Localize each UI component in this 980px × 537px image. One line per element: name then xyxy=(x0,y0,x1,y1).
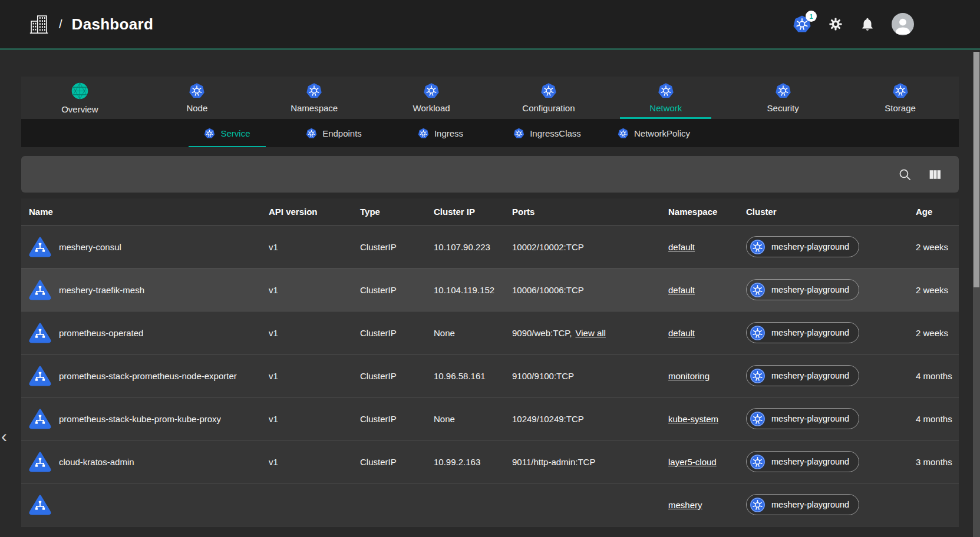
notifications-button[interactable] xyxy=(860,16,875,32)
service-icon xyxy=(29,493,51,516)
view-all-ports-link[interactable]: View all xyxy=(575,328,605,338)
api-version-cell: v1 xyxy=(269,414,360,424)
namespace-cell: default xyxy=(668,285,746,295)
ports-value: 10249/10249:TCP xyxy=(512,414,584,424)
kubernetes-icon xyxy=(750,325,765,341)
sub-tab-endpoints[interactable]: Endpoints xyxy=(281,119,387,147)
tab-label: Node xyxy=(186,103,207,113)
scrollbar-thumb[interactable] xyxy=(974,52,979,287)
header-actions: 1 xyxy=(793,13,914,35)
kubernetes-icon xyxy=(618,128,629,139)
namespace-link[interactable]: default xyxy=(668,242,695,252)
cluster-cell: meshery-playground xyxy=(746,279,887,300)
namespace-link[interactable]: default xyxy=(668,328,695,338)
main-tab-namespace[interactable]: Namespace xyxy=(256,77,373,119)
sub-tab-label: NetworkPolicy xyxy=(634,128,690,138)
service-name: prometheus-stack-prometheus-node-exporte… xyxy=(59,371,237,381)
service-name: prometheus-operated xyxy=(59,328,143,338)
kubernetes-context-button[interactable]: 1 xyxy=(793,15,811,34)
main-tab-configuration[interactable]: Configuration xyxy=(490,77,608,119)
cluster-ip-cell: 10.96.58.161 xyxy=(434,371,512,381)
cluster-cell: meshery-playground xyxy=(746,365,887,386)
view-columns-icon[interactable] xyxy=(928,167,942,182)
cluster-chip[interactable]: meshery-playground xyxy=(746,451,859,472)
organization-icon[interactable] xyxy=(28,14,50,35)
tab-label: Overview xyxy=(61,104,98,114)
cluster-chip-label: meshery-playground xyxy=(771,328,849,337)
search-icon[interactable] xyxy=(897,167,912,182)
table-row[interactable]: meshery-traefik-mesh v1 ClusterIP 10.104… xyxy=(21,268,959,311)
drawer-collapse-button[interactable]: ‹ xyxy=(1,427,7,445)
breadcrumb-separator: / xyxy=(59,18,62,31)
main-tab-storage[interactable]: Storage xyxy=(842,77,959,119)
cluster-chip[interactable]: meshery-playground xyxy=(746,494,859,515)
cluster-chip[interactable]: meshery-playground xyxy=(746,365,859,386)
sub-tab-service[interactable]: Service xyxy=(174,119,281,147)
main-tab-node[interactable]: Node xyxy=(138,77,256,119)
kubernetes-icon xyxy=(306,128,317,139)
ports-cell: 9011/http-admin:TCP xyxy=(512,457,668,467)
cluster-cell: meshery-playground xyxy=(746,322,887,343)
sub-tab-label: Ingress xyxy=(434,128,463,138)
column-header-api-version: API version xyxy=(269,207,360,217)
settings-button[interactable] xyxy=(828,16,843,32)
table-row[interactable]: meshery meshery-playground xyxy=(21,483,959,526)
column-header-ports: Ports xyxy=(512,207,668,217)
main-tab-workload[interactable]: Workload xyxy=(373,77,490,119)
age-cell: 2 weeks xyxy=(887,285,959,295)
column-header-namespace: Namespace xyxy=(668,207,746,217)
sub-tab-networkpolicy[interactable]: NetworkPolicy xyxy=(600,119,707,147)
tab-label: Namespace xyxy=(291,103,338,113)
name-cell: cloud-kratos-admin xyxy=(29,450,269,473)
table-row[interactable]: cloud-kratos-admin v1 ClusterIP 10.99.2.… xyxy=(21,440,959,483)
bell-icon xyxy=(860,16,875,32)
cluster-chip[interactable]: meshery-playground xyxy=(746,322,859,343)
app-header: / Dashboard 1 xyxy=(0,0,980,50)
column-header-cluster: Cluster xyxy=(746,207,887,217)
namespace-link[interactable]: meshery xyxy=(668,500,702,510)
sub-tab-ingressclass[interactable]: IngressClass xyxy=(494,119,600,147)
services-table: NameAPI versionTypeCluster IPPortsNamesp… xyxy=(21,198,959,526)
cluster-chip[interactable]: meshery-playground xyxy=(746,279,859,300)
name-cell: prometheus-stack-kube-prom-kube-proxy xyxy=(29,407,269,430)
ports-value: 9011/http-admin:TCP xyxy=(512,457,595,467)
main-tab-overview[interactable]: Overview xyxy=(21,77,138,119)
table-row[interactable]: prometheus-stack-kube-prom-kube-proxy v1… xyxy=(21,397,959,440)
cluster-cell: meshery-playground xyxy=(746,408,887,429)
ports-value: 10006/10006:TCP xyxy=(512,285,584,295)
sub-tab-label: Endpoints xyxy=(322,128,362,138)
ports-cell: 10249/10249:TCP xyxy=(512,414,668,424)
table-row[interactable]: prometheus-stack-prometheus-node-exporte… xyxy=(21,354,959,397)
ports-value: 9090/web:TCP, xyxy=(512,328,572,338)
resource-tabs-card: Overview Node Namespace Workload Configu… xyxy=(21,77,959,147)
namespace-link[interactable]: default xyxy=(668,285,695,295)
vertical-scrollbar[interactable] xyxy=(973,52,980,537)
tab-label: Security xyxy=(767,103,799,113)
table-row[interactable]: prometheus-operated v1 ClusterIP None 90… xyxy=(21,311,959,354)
main-tab-security[interactable]: Security xyxy=(724,77,842,119)
namespace-cell: meshery xyxy=(668,500,746,510)
type-cell: ClusterIP xyxy=(360,414,434,424)
sub-tab-ingress[interactable]: Ingress xyxy=(387,119,494,147)
namespace-link[interactable]: layer5-cloud xyxy=(668,457,717,467)
cluster-chip[interactable]: meshery-playground xyxy=(746,236,859,257)
name-cell: meshery-traefik-mesh xyxy=(29,279,269,301)
namespace-link[interactable]: kube-system xyxy=(668,414,718,424)
cluster-chip-label: meshery-playground xyxy=(771,500,849,509)
age-cell: 4 months xyxy=(887,414,959,424)
age-cell: 2 weeks xyxy=(887,328,959,338)
tab-label: Network xyxy=(649,103,682,113)
user-avatar[interactable] xyxy=(892,13,914,35)
kubernetes-icon xyxy=(750,239,765,255)
tab-label: Configuration xyxy=(522,103,575,113)
cluster-chip[interactable]: meshery-playground xyxy=(746,408,859,429)
api-version-cell: v1 xyxy=(269,371,360,381)
kubernetes-icon xyxy=(750,282,765,298)
namespace-link[interactable]: monitoring xyxy=(668,371,710,381)
kubernetes-icon xyxy=(423,82,440,99)
ports-cell: 9090/web:TCP,View all xyxy=(512,328,668,338)
table-row[interactable]: meshery-consul v1 ClusterIP 10.107.90.22… xyxy=(21,226,959,268)
cluster-ip-cell: 10.104.119.152 xyxy=(434,285,512,295)
main-tab-network[interactable]: Network xyxy=(607,77,724,119)
cluster-ip-cell: 10.99.2.163 xyxy=(434,457,512,467)
